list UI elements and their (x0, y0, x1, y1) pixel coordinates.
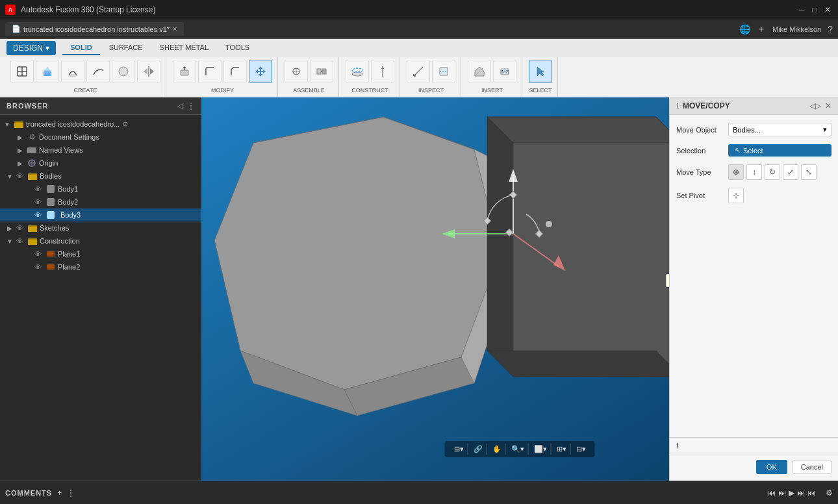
browser-collapse-icon[interactable]: ◁ (177, 101, 183, 110)
revolve-button[interactable] (61, 60, 84, 83)
tree-doc-settings[interactable]: ▶ ⚙ Document Settings (0, 131, 201, 144)
sketches-eye-icon[interactable]: 👁 (16, 224, 23, 232)
plane1-eye-icon[interactable]: 👁 (34, 250, 42, 258)
sweep-button[interactable] (86, 60, 110, 83)
root-settings-icon[interactable]: ⚙ (122, 120, 129, 129)
insert-label: INSERT (481, 87, 503, 94)
bodies-eye-icon[interactable]: 👁 (16, 172, 23, 180)
select-icons (529, 60, 552, 83)
tree-plane2[interactable]: ▶ 👁 Plane2 (0, 260, 201, 273)
tree-origin[interactable]: ▶ Origin (0, 157, 201, 170)
mcp-close-icon[interactable]: ✕ (825, 101, 832, 110)
select-label: SELECT (529, 87, 552, 94)
select-button[interactable] (529, 60, 552, 83)
design-chevron-icon: ▾ (45, 44, 49, 53)
origin-icon (27, 158, 37, 168)
insert-mesh-button[interactable] (468, 60, 491, 83)
play-back-button[interactable]: ⏭ (778, 488, 786, 498)
move-button[interactable] (249, 60, 272, 83)
body1-eye-icon[interactable]: 👁 (34, 185, 42, 193)
move-along-axis-button[interactable]: ⤢ (783, 164, 798, 180)
grid-display-button[interactable]: ⊞▾ (450, 444, 468, 455)
display-mode-button[interactable]: ⬜▾ (530, 444, 552, 455)
axis-button[interactable] (371, 60, 394, 83)
tree-body2[interactable]: ▶ 👁 Body2 (0, 195, 201, 208)
tree-plane1[interactable]: ▶ 👁 Plane1 (0, 247, 201, 260)
tab-solid[interactable]: SOLID (62, 41, 100, 55)
inspect-icons (407, 60, 455, 83)
cancel-button[interactable]: Cancel (793, 460, 832, 474)
mirror-button[interactable] (137, 60, 160, 83)
decal-button[interactable]: IMG (493, 60, 516, 83)
globe-icon[interactable]: 🌐 (739, 24, 750, 34)
viewport[interactable]: FRONT Select bodies to move ⊞▾ 🔗 ✋ 🔍▾ ⬜▾… (201, 97, 838, 481)
rotate-button[interactable]: ↻ (765, 164, 780, 180)
play-button[interactable]: ▶ (789, 488, 794, 498)
tree-bodies[interactable]: ▼ 👁 Bodies (0, 170, 201, 183)
move-component-button[interactable]: ⤡ (801, 164, 817, 180)
body2-eye-icon[interactable]: 👁 (34, 198, 42, 206)
close-button[interactable]: ✕ (822, 5, 833, 15)
sketches-expand-icon: ▶ (5, 225, 14, 232)
browser-more-icon[interactable]: ⋮ (187, 101, 195, 110)
play-start-button[interactable]: ⏮ (768, 488, 776, 498)
move-object-value: Bodies... (733, 126, 761, 134)
link-button[interactable]: 🔗 (470, 444, 487, 455)
title-bar-controls[interactable]: ─ □ ✕ (796, 5, 833, 15)
tree-root[interactable]: ▼ truncated icosidodecahedro... ⚙ (0, 118, 201, 131)
settings-bottom-icon[interactable]: ⚙ (826, 488, 833, 498)
set-pivot-label: Set Pivot (676, 192, 728, 199)
plane2-eye-icon[interactable]: 👁 (34, 263, 42, 271)
construction-eye-icon[interactable]: 👁 (16, 237, 23, 245)
play-forward-button[interactable]: ⏭ (797, 488, 805, 498)
select-button[interactable]: ↖ Select (728, 144, 832, 157)
doc-settings-expand-icon: ▶ (16, 134, 25, 141)
maximize-button[interactable]: □ (809, 5, 820, 15)
tree-sketches[interactable]: ▶ 👁 Sketches (0, 221, 201, 234)
svg-rect-31 (27, 147, 36, 153)
pan-button[interactable]: ✋ (489, 444, 506, 455)
set-pivot-control: ⊹ (728, 188, 832, 203)
tree-named-views[interactable]: ▶ Named Views (0, 144, 201, 157)
play-end-button[interactable]: ⏮ (807, 488, 815, 498)
tree-body3[interactable]: ▶ 👁 Body3 (0, 208, 201, 221)
snap-button[interactable]: ⊟▾ (572, 444, 590, 455)
offset-plane-button[interactable] (346, 60, 369, 83)
tree-construction[interactable]: ▼ 👁 Construction (0, 234, 201, 247)
move-object-dropdown[interactable]: Bodies... ▾ (728, 123, 832, 136)
comments-more-icon[interactable]: ⋮ (67, 488, 75, 498)
press-pull-button[interactable] (173, 60, 196, 83)
rigid-group-button[interactable] (310, 60, 333, 83)
section-analysis-button[interactable] (432, 60, 455, 83)
grid-settings-button[interactable]: ⊞▾ (553, 444, 571, 455)
tab-tools-label: TOOLS (225, 44, 249, 51)
ok-button[interactable]: OK (756, 460, 787, 474)
sphere-button[interactable] (112, 60, 135, 83)
fillet-button[interactable] (198, 60, 222, 83)
extrude-button[interactable] (36, 60, 59, 83)
origin-label: Origin (39, 159, 58, 167)
tab-sheet-metal[interactable]: SHEET METAL (152, 41, 216, 55)
mcp-expand-icon[interactable]: ◁▷ (809, 101, 821, 110)
tab-close-button[interactable]: ✕ (172, 25, 177, 32)
main-layout: BROWSER ◁ ⋮ ▼ truncated icosidodecahedro… (0, 97, 838, 481)
set-pivot-button[interactable]: ⊹ (728, 188, 744, 203)
add-tab-button[interactable]: ＋ (757, 23, 766, 35)
document-tab[interactable]: 📄 truncated icosidodecahedron instructab… (5, 22, 184, 36)
new-component-button[interactable] (10, 60, 34, 83)
move-along-x-button[interactable]: ↕ (746, 164, 762, 180)
tab-tools[interactable]: TOOLS (218, 41, 257, 55)
chamfer-button[interactable] (223, 60, 247, 83)
comments-expand-icon[interactable]: + (57, 488, 62, 498)
tab-surface[interactable]: SURFACE (101, 41, 151, 55)
joint-button[interactable] (285, 60, 308, 83)
tree-body1[interactable]: ▶ 👁 Body1 (0, 183, 201, 195)
measure-button[interactable] (407, 60, 430, 83)
zoom-button[interactable]: 🔍▾ (507, 444, 529, 455)
minimize-button[interactable]: ─ (796, 5, 807, 15)
help-icon[interactable]: ? (828, 24, 833, 34)
svg-rect-3 (44, 71, 51, 76)
design-dropdown[interactable]: DESIGN ▾ (6, 41, 56, 55)
body3-eye-icon[interactable]: 👁 (34, 211, 42, 219)
move-free-button[interactable]: ⊕ (728, 164, 744, 180)
